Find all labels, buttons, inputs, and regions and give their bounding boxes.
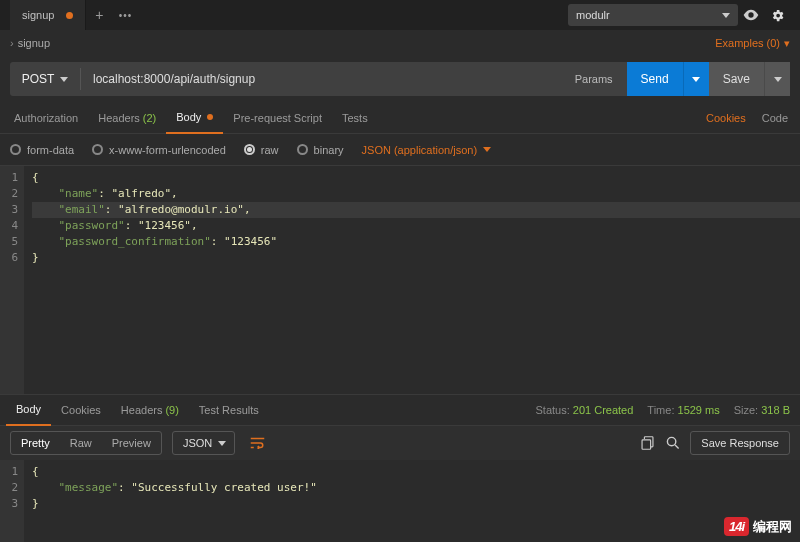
gutter-line: 3 <box>0 496 18 512</box>
request-url-bar: POST localhost:8000/api/auth/signup Para… <box>10 62 790 96</box>
gutter-line: 2 <box>0 480 18 496</box>
search-response-button[interactable] <box>660 429 686 457</box>
send-button[interactable]: Send <box>627 62 683 96</box>
resp-tab-headers-count: (9) <box>165 404 178 416</box>
tab-prerequest[interactable]: Pre-request Script <box>223 102 332 134</box>
http-method-select[interactable]: POST <box>10 72 80 86</box>
radio-icon <box>297 144 308 155</box>
view-mode-segment: Pretty Raw Preview <box>10 431 162 455</box>
pretty-button[interactable]: Pretty <box>11 432 60 454</box>
environment-select[interactable]: modulr <box>568 4 738 26</box>
chevron-down-icon <box>692 77 700 82</box>
radio-binary-label: binary <box>314 144 344 156</box>
send-button-group: Send <box>627 62 709 96</box>
environment-preview-button[interactable] <box>738 0 764 30</box>
modified-dot-icon <box>207 114 213 120</box>
preview-button[interactable]: Preview <box>102 432 161 454</box>
watermark: 14i 编程网 <box>724 517 792 536</box>
resp-tab-headers[interactable]: Headers (9) <box>111 394 189 426</box>
chevron-down-icon <box>218 441 226 446</box>
environment-name: modulr <box>576 9 610 21</box>
raw-button[interactable]: Raw <box>60 432 102 454</box>
request-body-editor[interactable]: 1 2 3 4 5 6 { "name": "alfredo", "email"… <box>0 166 800 394</box>
gutter-line: 5 <box>0 234 18 250</box>
code-area: { "message": "Successfully created user!… <box>24 460 800 542</box>
tab-body-label: Body <box>176 111 201 123</box>
radio-formdata[interactable]: form-data <box>10 144 74 156</box>
chevron-down-icon <box>722 13 730 18</box>
response-toolbar: Pretty Raw Preview JSON Save Response <box>0 426 800 460</box>
response-format-label: JSON <box>183 437 212 449</box>
resp-tab-testresults[interactable]: Test Results <box>189 394 269 426</box>
radio-icon <box>244 144 255 155</box>
gutter-line: 3 <box>0 202 18 218</box>
unsaved-dot-icon <box>66 12 73 19</box>
search-icon <box>666 436 680 450</box>
status-stat: Status: 201 Created <box>536 404 634 416</box>
top-tab-bar: signup + ••• modulr <box>0 0 800 30</box>
save-response-button[interactable]: Save Response <box>690 431 790 455</box>
settings-button[interactable] <box>764 0 790 30</box>
chevron-down-icon <box>483 147 491 152</box>
request-tab-title: signup <box>22 9 54 21</box>
url-input[interactable]: localhost:8000/api/auth/signup <box>81 72 561 86</box>
radio-urlencoded-label: x-www-form-urlencoded <box>109 144 226 156</box>
code-link[interactable]: Code <box>754 112 796 124</box>
radio-urlencoded[interactable]: x-www-form-urlencoded <box>92 144 226 156</box>
chevron-down-icon <box>60 77 68 82</box>
ellipsis-icon: ••• <box>119 10 133 21</box>
cookies-link[interactable]: Cookies <box>698 112 754 124</box>
tab-body[interactable]: Body <box>166 102 223 134</box>
response-body-editor[interactable]: 1 2 3 { "message": "Successfully created… <box>0 460 800 542</box>
wrap-icon <box>250 437 265 449</box>
examples-link[interactable]: Examples (0) ▾ <box>715 37 790 50</box>
triangle-down-icon: ▾ <box>784 37 790 50</box>
tab-tests[interactable]: Tests <box>332 102 378 134</box>
chevron-down-icon <box>774 77 782 82</box>
save-button[interactable]: Save <box>709 62 764 96</box>
gutter-line: 6 <box>0 250 18 266</box>
tab-authorization[interactable]: Authorization <box>4 102 88 134</box>
gutter: 1 2 3 4 5 6 <box>0 166 24 394</box>
radio-raw-label: raw <box>261 144 279 156</box>
radio-binary[interactable]: binary <box>297 144 344 156</box>
new-tab-button[interactable]: + <box>86 0 112 30</box>
tab-menu-button[interactable]: ••• <box>112 0 138 30</box>
svg-point-0 <box>668 437 676 445</box>
tab-headers-count: (2) <box>143 112 156 124</box>
radio-icon <box>10 144 21 155</box>
content-type-label: JSON (application/json) <box>362 144 478 156</box>
gear-icon <box>770 8 785 23</box>
resp-tab-body[interactable]: Body <box>6 394 51 426</box>
eye-icon <box>743 9 759 21</box>
tab-headers-label: Headers <box>98 112 140 124</box>
radio-formdata-label: form-data <box>27 144 74 156</box>
http-method-label: POST <box>22 72 55 86</box>
content-type-select[interactable]: JSON (application/json) <box>362 144 492 156</box>
watermark-badge: 14i <box>724 517 749 536</box>
response-tabs: Body Cookies Headers (9) Test Results St… <box>0 394 800 426</box>
tab-headers[interactable]: Headers (2) <box>88 102 166 134</box>
response-format-select[interactable]: JSON <box>172 431 235 455</box>
copy-response-button[interactable] <box>634 429 660 457</box>
gutter-line: 1 <box>0 464 18 480</box>
code-area: { "name": "alfredo", "email": "alfredo@m… <box>24 166 800 394</box>
send-dropdown-button[interactable] <box>683 62 709 96</box>
gutter-line: 1 <box>0 170 18 186</box>
copy-icon <box>641 436 654 450</box>
time-stat: Time: 1529 ms <box>647 404 719 416</box>
wrap-lines-button[interactable] <box>245 431 269 455</box>
request-tab[interactable]: signup <box>10 0 86 30</box>
resp-tab-headers-label: Headers <box>121 404 163 416</box>
radio-raw[interactable]: raw <box>244 144 279 156</box>
breadcrumb-title: signup <box>18 37 50 49</box>
examples-label: Examples (0) <box>715 37 780 49</box>
save-dropdown-button[interactable] <box>764 62 790 96</box>
breadcrumb: › signup Examples (0) ▾ <box>0 30 800 56</box>
request-tabs: Authorization Headers (2) Body Pre-reque… <box>0 102 800 134</box>
gutter: 1 2 3 <box>0 460 24 542</box>
params-button[interactable]: Params <box>561 73 627 85</box>
save-button-group: Save <box>709 62 790 96</box>
plus-icon: + <box>95 7 103 23</box>
resp-tab-cookies[interactable]: Cookies <box>51 394 111 426</box>
